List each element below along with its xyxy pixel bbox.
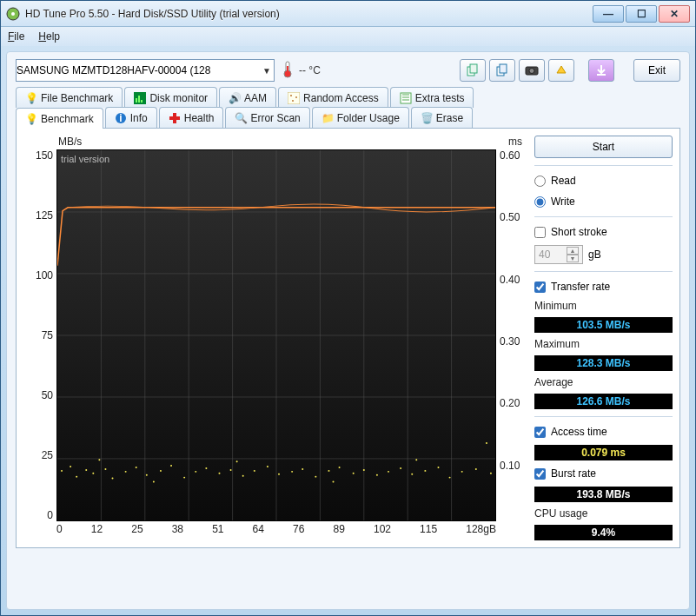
cpu-usage-value: 9.4% — [534, 525, 673, 540]
titlebar: HD Tune Pro 5.50 - Hard Disk/SSD Utility… — [1, 1, 695, 27]
folder-icon: 📁 — [321, 112, 334, 124]
svg-point-43 — [92, 473, 94, 474]
svg-point-71 — [424, 470, 426, 472]
menubar: File Help — [1, 27, 695, 46]
svg-point-62 — [315, 476, 316, 478]
y-right-label: ms — [508, 136, 522, 148]
minimum-value: 103.5 MB/s — [534, 317, 673, 333]
cpu-usage-label: CPU usage — [534, 507, 673, 520]
tab-extra-tests[interactable]: Extra tests — [390, 87, 474, 108]
tab-folder-usage[interactable]: 📁Folder Usage — [312, 107, 409, 128]
svg-point-76 — [486, 442, 487, 444]
tests-icon — [400, 92, 412, 104]
screenshot-button[interactable] — [519, 59, 545, 82]
svg-point-47 — [136, 467, 137, 468]
burst-rate-checkbox[interactable]: Burst rate — [534, 466, 673, 481]
y-axis-left: 1501251007550250 — [23, 149, 56, 521]
svg-point-74 — [461, 471, 463, 473]
chevron-down-icon: ▼ — [260, 66, 274, 76]
svg-rect-6 — [470, 64, 477, 73]
read-radio[interactable]: Read — [534, 173, 673, 189]
options-button[interactable] — [548, 59, 574, 82]
tab-aam[interactable]: 🔊AAM — [219, 87, 276, 108]
average-value: 126.6 MB/s — [534, 394, 673, 409]
svg-point-55 — [230, 469, 232, 471]
svg-point-49 — [160, 470, 162, 472]
burst-rate-value: 193.8 MB/s — [534, 487, 673, 502]
start-button[interactable]: Start — [534, 136, 673, 158]
svg-point-51 — [183, 477, 185, 479]
x-axis: 012253851647689102115128gB — [56, 523, 496, 540]
app-icon — [6, 7, 20, 21]
temperature-value: -- °C — [299, 64, 321, 76]
spin-down-icon: ▼ — [567, 255, 579, 262]
spin-up-icon: ▲ — [567, 247, 579, 255]
benchmark-panel: MB/s ms 1501251007550250 0.600.500.400.3… — [16, 128, 680, 548]
short-stroke-checkbox[interactable]: Short stroke — [534, 224, 673, 240]
svg-point-53 — [205, 467, 207, 469]
svg-point-65 — [353, 473, 355, 474]
svg-point-42 — [85, 469, 87, 471]
drive-select[interactable]: SAMSUNG MZMTD128HAFV-00004 (128 ▼ — [16, 59, 275, 82]
svg-point-78 — [98, 459, 100, 460]
menu-file[interactable]: File — [8, 30, 24, 43]
tab-erase[interactable]: 🗑️Erase — [411, 107, 473, 128]
random-icon — [288, 92, 300, 104]
tab-health[interactable]: Health — [159, 107, 224, 128]
write-radio[interactable]: Write — [534, 194, 673, 209]
benchmark-icon: 💡 — [25, 113, 37, 125]
copy-info-button[interactable] — [460, 59, 486, 82]
svg-point-82 — [415, 459, 417, 460]
svg-point-59 — [278, 474, 280, 475]
info-icon: i — [115, 112, 127, 124]
y-axis-right: 0.600.500.400.300.200.10 — [496, 149, 527, 521]
chart-plot: trial version — [56, 149, 496, 521]
svg-rect-14 — [138, 96, 140, 103]
drive-select-value: SAMSUNG MZMTD128HAFV-00004 (128 — [17, 64, 210, 76]
svg-rect-4 — [287, 66, 288, 74]
svg-point-75 — [475, 468, 477, 470]
svg-point-19 — [292, 100, 294, 102]
svg-point-17 — [290, 95, 292, 96]
minimize-button[interactable]: — — [593, 5, 624, 23]
thermometer-icon — [282, 61, 294, 81]
svg-point-60 — [291, 471, 293, 473]
access-time-checkbox[interactable]: Access time — [534, 424, 673, 440]
svg-point-66 — [363, 469, 365, 471]
trash-icon: 🗑️ — [421, 112, 433, 124]
tab-file-benchmark[interactable]: 💡File Benchmark — [16, 87, 123, 108]
health-icon — [169, 112, 181, 124]
transfer-rate-checkbox[interactable]: Transfer rate — [534, 279, 673, 295]
tab-random-access[interactable]: Random Access — [278, 87, 388, 108]
svg-point-52 — [195, 471, 196, 473]
maximize-button[interactable]: ☐ — [626, 5, 657, 23]
app-window: HD Tune Pro 5.50 - Hard Disk/SSD Utility… — [0, 0, 696, 616]
chart-area: MB/s ms 1501251007550250 0.600.500.400.3… — [23, 136, 527, 540]
maximum-label: Maximum — [534, 338, 673, 350]
svg-point-70 — [411, 474, 413, 475]
svg-rect-8 — [500, 64, 507, 73]
close-button[interactable]: ✕ — [659, 5, 690, 23]
menu-help[interactable]: Help — [38, 30, 60, 43]
minimum-label: Minimum — [534, 300, 673, 312]
svg-point-39 — [61, 470, 63, 472]
svg-point-54 — [218, 473, 220, 474]
svg-point-10 — [529, 69, 534, 74]
exit-button[interactable]: Exit — [633, 59, 680, 82]
svg-point-69 — [400, 467, 401, 469]
svg-rect-15 — [141, 100, 143, 103]
svg-point-56 — [242, 475, 244, 477]
svg-point-1 — [11, 12, 15, 16]
save-button[interactable] — [588, 59, 614, 82]
toolbar: SAMSUNG MZMTD128HAFV-00004 (128 ▼ -- °C … — [16, 59, 680, 82]
svg-point-77 — [490, 473, 492, 474]
tab-error-scan[interactable]: 🔍Error Scan — [225, 107, 309, 128]
temperature-display: -- °C — [282, 61, 321, 81]
maximum-value: 128.3 MB/s — [534, 355, 673, 371]
svg-rect-13 — [136, 98, 137, 103]
tab-benchmark[interactable]: 💡Benchmark — [16, 108, 103, 129]
copy-text-button[interactable] — [489, 59, 515, 82]
tab-info[interactable]: iInfo — [105, 107, 157, 128]
monitor-icon — [134, 92, 146, 104]
tab-disk-monitor[interactable]: Disk monitor — [124, 87, 217, 108]
